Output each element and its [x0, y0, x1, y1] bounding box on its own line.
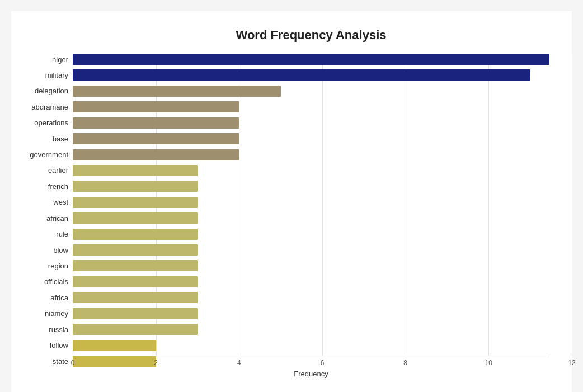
- bar-label: west: [12, 198, 68, 206]
- bar: [73, 165, 198, 176]
- bar-row: earlier: [73, 165, 549, 176]
- bar: [73, 260, 198, 271]
- bar-label: state: [12, 357, 68, 366]
- bar-row: niger: [73, 54, 549, 65]
- bar: [73, 229, 198, 240]
- bar-label: earlier: [12, 166, 68, 174]
- bar: [73, 86, 281, 97]
- bar: [73, 324, 198, 335]
- x-tick-label: 8: [403, 359, 407, 367]
- bar-row: government: [73, 149, 549, 160]
- bar-label: niamey: [12, 309, 68, 318]
- x-tick-label: 2: [154, 359, 158, 367]
- bar-label: officials: [12, 277, 68, 286]
- bar: [73, 292, 198, 303]
- bar-row: blow: [73, 244, 549, 256]
- bar: [73, 149, 239, 160]
- bar-row: west: [73, 197, 549, 208]
- bar: [73, 133, 239, 144]
- bar: [73, 340, 156, 351]
- bar-row: abdramane: [73, 101, 549, 112]
- bar: [73, 69, 530, 81]
- bar-row: africa: [73, 292, 549, 303]
- x-tick-label: 0: [71, 359, 75, 367]
- bar-row: military: [73, 69, 549, 81]
- bar-label: region: [12, 262, 68, 270]
- bar-label: delegation: [12, 87, 68, 95]
- bar-row: delegation: [73, 86, 549, 97]
- bar-label: operations: [12, 119, 68, 127]
- bars-container: nigermilitarydelegationabdramaneoperatio…: [73, 54, 549, 356]
- bar-row: base: [73, 133, 549, 144]
- bar: [73, 212, 198, 224]
- bar: [73, 308, 198, 319]
- bar-label: blow: [12, 246, 68, 254]
- bar-label: military: [12, 71, 68, 79]
- bar-row: french: [73, 181, 549, 192]
- grid-line: [572, 54, 572, 356]
- bar-label: african: [12, 214, 68, 223]
- bar: [73, 101, 239, 112]
- chart-container: Word Frequency Analysis nigermilitarydel…: [11, 11, 572, 392]
- bar-label: rule: [12, 230, 68, 238]
- bar-row: niamey: [73, 308, 549, 319]
- bar-label: africa: [12, 294, 68, 302]
- bar-label: abdramane: [12, 103, 68, 111]
- bar: [73, 54, 549, 65]
- bar-row: rule: [73, 229, 549, 240]
- x-axis: Frequency 024681012: [73, 356, 549, 378]
- bar-label: french: [12, 182, 68, 191]
- bar: [73, 117, 239, 129]
- bar: [73, 276, 198, 287]
- x-axis-label: Frequency: [294, 370, 328, 378]
- bar-row: region: [73, 260, 549, 271]
- bar: [73, 197, 198, 208]
- bar: [73, 181, 198, 192]
- bar-row: operations: [73, 117, 549, 129]
- bar-row: follow: [73, 340, 549, 351]
- bar-label: base: [12, 135, 68, 143]
- bar-label: follow: [12, 341, 68, 350]
- bar: [73, 244, 198, 256]
- x-tick-label: 12: [568, 359, 575, 367]
- bar-row: officials: [73, 276, 549, 287]
- bar-row: african: [73, 212, 549, 224]
- x-tick-label: 10: [485, 359, 492, 367]
- bar-label: russia: [12, 325, 68, 334]
- x-tick-label: 4: [237, 359, 241, 367]
- bar-label: government: [12, 150, 68, 159]
- x-tick-label: 6: [321, 359, 325, 367]
- bar-label: niger: [12, 55, 68, 64]
- chart-title: Word Frequency Analysis: [73, 28, 549, 42]
- bar-row: russia: [73, 324, 549, 335]
- chart-area: nigermilitarydelegationabdramaneoperatio…: [73, 54, 549, 378]
